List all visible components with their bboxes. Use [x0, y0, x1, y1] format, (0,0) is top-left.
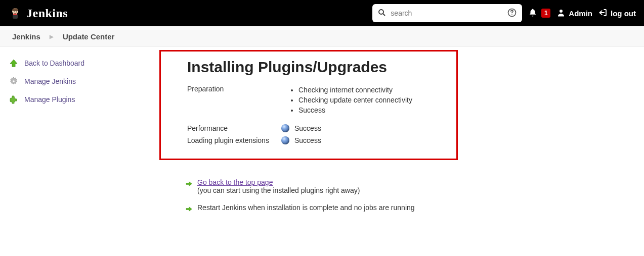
breadcrumb-update-center[interactable]: Update Center	[63, 32, 115, 41]
install-panel: Installing Plugins/Upgrades Preparation …	[159, 50, 458, 160]
arrow-right-icon	[185, 179, 192, 188]
go-back-subtext: (you can start using the installed plugi…	[197, 186, 360, 194]
svg-point-4	[16, 11, 17, 12]
performance-status: Success	[294, 124, 321, 132]
restart-row: Restart Jenkins when installation is com…	[185, 203, 644, 214]
svg-point-8	[512, 14, 513, 15]
sidebar-item-manage-jenkins[interactable]: Manage Jenkins	[0, 72, 157, 90]
search-icon	[377, 8, 387, 19]
sidebar: Back to Dashboard Manage Jenkins Manage …	[0, 47, 157, 223]
actions-area: Go back to the top page (you can start u…	[185, 178, 644, 214]
preparation-steps: Checking internet connectivity Checking …	[281, 85, 412, 115]
top-header: Jenkins 1	[0, 0, 644, 26]
svg-point-11	[13, 80, 15, 82]
sidebar-item-manage-plugins[interactable]: Manage Plugins	[0, 90, 157, 109]
user-icon	[556, 8, 566, 19]
logout-icon	[598, 8, 608, 19]
user-menu[interactable]: Admin	[556, 8, 592, 19]
performance-label: Performance	[187, 124, 281, 132]
list-item: Success	[298, 105, 412, 115]
brand-title: Jenkins	[26, 7, 68, 20]
sidebar-item-label: Manage Jenkins	[24, 77, 76, 85]
breadcrumb-jenkins[interactable]: Jenkins	[12, 32, 40, 41]
jenkins-logo-icon	[8, 6, 22, 20]
main-content: Installing Plugins/Upgrades Preparation …	[157, 47, 644, 223]
bell-icon	[528, 8, 537, 19]
svg-point-3	[14, 11, 15, 12]
svg-point-5	[379, 10, 383, 14]
sidebar-item-label: Manage Plugins	[24, 95, 75, 104]
logout-label: log out	[611, 9, 636, 18]
go-back-link[interactable]: Go back to the top page	[197, 178, 273, 186]
performance-row: Performance Success	[187, 124, 430, 132]
notifications-button[interactable]: 1	[528, 8, 550, 19]
svg-line-6	[383, 14, 385, 16]
loading-label: Loading plugin extensions	[187, 136, 281, 144]
arrow-right-icon	[185, 204, 192, 214]
list-item: Checking update center connectivity	[298, 95, 412, 105]
preparation-row: Preparation Checking internet connectivi…	[187, 85, 430, 115]
logout-button[interactable]: log out	[598, 8, 636, 19]
status-sphere-icon	[281, 124, 289, 132]
page-title: Installing Plugins/Upgrades	[187, 59, 430, 76]
status-sphere-icon	[281, 136, 289, 144]
go-back-row: Go back to the top page (you can start u…	[185, 178, 644, 194]
list-item: Checking internet connectivity	[298, 85, 412, 95]
preparation-label: Preparation	[187, 85, 281, 93]
gear-icon	[8, 76, 19, 87]
loading-status: Success	[294, 136, 321, 144]
breadcrumb: Jenkins ▶ Update Center	[0, 26, 644, 47]
sidebar-item-label: Back to Dashboard	[24, 59, 84, 67]
breadcrumb-separator-icon: ▶	[50, 34, 54, 39]
search-box[interactable]	[372, 4, 522, 22]
restart-text[interactable]: Restart Jenkins when installation is com…	[197, 203, 415, 212]
loading-row: Loading plugin extensions Success	[187, 136, 430, 144]
search-input[interactable]	[391, 9, 503, 17]
logo-area[interactable]: Jenkins	[8, 6, 68, 20]
plugin-icon	[8, 94, 19, 105]
svg-rect-2	[13, 14, 17, 15]
help-icon[interactable]	[507, 8, 517, 19]
svg-point-9	[560, 10, 563, 13]
user-name-label: Admin	[569, 9, 592, 18]
up-arrow-icon	[8, 58, 19, 69]
alert-badge: 1	[541, 9, 550, 18]
sidebar-item-dashboard[interactable]: Back to Dashboard	[0, 54, 157, 72]
